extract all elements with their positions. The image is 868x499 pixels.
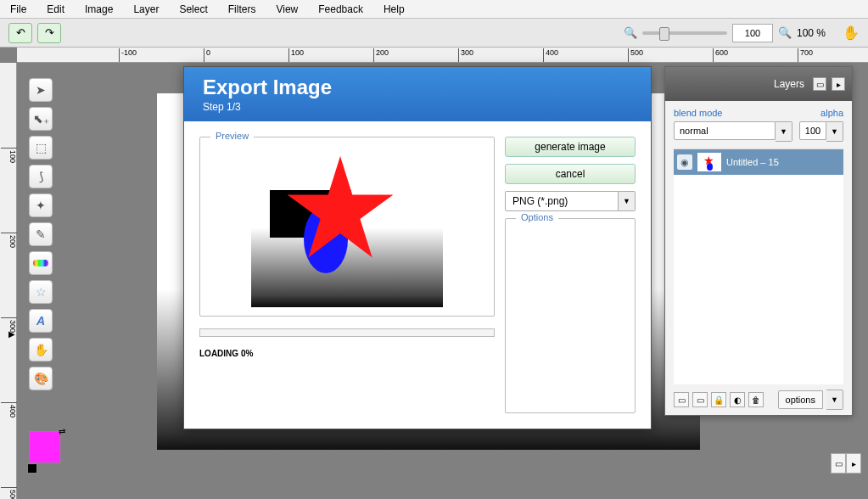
canvas-navigator: ▭ ▸ — [831, 453, 861, 474]
layer-fx-icon[interactable]: ◐ — [730, 392, 745, 407]
lock-layer-icon[interactable]: 🔒 — [711, 392, 726, 407]
zoom-in-icon[interactable]: 🔍 — [778, 26, 792, 39]
progress-bar — [199, 328, 495, 337]
duplicate-layer-icon[interactable]: ▭ — [692, 392, 708, 407]
options-fieldset: Options — [505, 218, 636, 413]
blend-mode-label: blend mode — [674, 108, 723, 118]
new-layer-icon[interactable]: ▭ — [674, 392, 689, 407]
delete-layer-icon[interactable]: 🗑 — [748, 392, 764, 407]
preview-legend: Preview — [210, 131, 254, 141]
loading-text: LOADING 0% — [199, 349, 495, 358]
alpha-dropdown-icon[interactable]: ▼ — [826, 121, 843, 142]
tool-palette: ➤ ⬉₊ ⬚ ⟆ ✦ ✎ ☆ A ✋ 🎨 — [29, 78, 54, 390]
layers-panel-header[interactable]: Layers ▭ ▸ — [665, 67, 852, 101]
layers-panel-title: Layers — [774, 78, 804, 90]
menu-image[interactable]: Image — [75, 1, 123, 18]
format-select-value: PNG (*.png) — [505, 191, 619, 211]
top-toolbar: ↶ ↷ 🔍 🔍 100 % ✋ — [0, 19, 868, 48]
undo-button[interactable]: ↶ — [8, 23, 32, 43]
swap-colors-icon[interactable]: ⇄ — [59, 427, 65, 436]
navigator-page-icon[interactable]: ▭ — [831, 453, 846, 474]
layer-thumbnail: ★ — [697, 153, 721, 171]
blend-mode-dropdown-icon[interactable]: ▼ — [776, 121, 792, 142]
layer-visibility-icon[interactable]: ◉ — [677, 154, 692, 170]
preview-image — [251, 154, 443, 307]
format-select[interactable]: PNG (*.png) ▼ — [505, 191, 636, 211]
panel-menu-icon[interactable]: ▸ — [832, 77, 845, 91]
color-picker-tool[interactable]: 🎨 — [29, 367, 53, 390]
menu-edit[interactable]: Edit — [36, 1, 75, 18]
menu-file[interactable]: File — [0, 1, 36, 18]
preview-red-star — [285, 153, 395, 263]
ruler-horizontal: -100 0 100 200 300 400 500 600 700 — [17, 48, 868, 63]
menu-select[interactable]: Select — [169, 1, 217, 18]
dialog-header: Export Image Step 1/3 — [184, 67, 651, 121]
ruler-vertical: 100 200 300 ▶ 400 500 — [0, 63, 17, 499]
dialog-title: Export Image — [203, 76, 632, 99]
text-tool[interactable]: A — [29, 309, 53, 333]
layer-options-dropdown-icon[interactable]: ▼ — [826, 390, 843, 410]
blend-mode-value: normal — [674, 121, 776, 140]
menu-help[interactable]: Help — [373, 1, 415, 18]
alpha-input-group[interactable]: ▼ — [799, 121, 843, 142]
foreground-color-swatch[interactable]: ⇄ — [29, 431, 61, 463]
zoom-slider[interactable] — [642, 31, 727, 35]
lasso-tool[interactable]: ⟆ — [29, 165, 53, 188]
format-select-dropdown-icon[interactable]: ▼ — [619, 191, 636, 211]
layers-panel-footer: ▭ ▭ 🔒 ◐ 🗑 options ▼ — [665, 384, 852, 415]
shape-tool[interactable]: ☆ — [29, 280, 53, 304]
menu-view[interactable]: View — [266, 1, 308, 18]
blend-mode-select[interactable]: normal ▼ — [674, 121, 792, 142]
gradient-tool[interactable] — [29, 251, 53, 275]
background-color-swatch[interactable] — [27, 463, 37, 474]
menu-filters[interactable]: Filters — [218, 1, 266, 18]
layer-row[interactable]: ◉ ★ Untitled – 15 — [674, 149, 843, 175]
layer-options-button[interactable]: options — [778, 390, 823, 409]
menu-layer[interactable]: Layer — [123, 1, 169, 18]
pencil-tool[interactable]: ✎ — [29, 222, 53, 246]
preview-fieldset: Preview — [199, 137, 495, 317]
move-tool[interactable]: ➤ — [29, 78, 53, 102]
pointer-tool[interactable]: ⬉₊ — [29, 107, 53, 131]
generate-image-button[interactable]: generate image — [505, 137, 636, 157]
alpha-input[interactable] — [799, 121, 826, 140]
layer-name: Untitled – 15 — [726, 157, 779, 167]
navigator-expand-icon[interactable]: ▸ — [846, 453, 861, 474]
zoom-out-icon[interactable]: 🔍 — [624, 26, 637, 39]
panel-collapse-icon[interactable]: ▭ — [813, 77, 826, 91]
options-legend: Options — [516, 212, 558, 222]
hand-tool[interactable]: ✋ — [29, 338, 53, 362]
layer-list: ◉ ★ Untitled – 15 — [674, 149, 843, 384]
alpha-label: alpha — [820, 108, 843, 118]
layers-panel: Layers ▭ ▸ blend mode alpha normal ▼ ▼ ◉… — [664, 66, 853, 416]
zoom-input[interactable] — [732, 24, 773, 42]
marquee-tool[interactable]: ⬚ — [29, 136, 53, 160]
wand-tool[interactable]: ✦ — [29, 193, 53, 217]
menu-feedback[interactable]: Feedback — [308, 1, 373, 18]
dialog-step-label: Step 1/3 — [203, 101, 632, 113]
zoom-percent-label: 100 % — [797, 27, 826, 39]
menu-bar: File Edit Image Layer Select Filters Vie… — [0, 0, 868, 19]
export-dialog: Export Image Step 1/3 Preview LOADING 0%… — [183, 66, 652, 429]
color-swatches: ⇄ — [29, 431, 61, 463]
svg-marker-0 — [288, 156, 394, 258]
redo-button[interactable]: ↷ — [37, 23, 61, 43]
cancel-button[interactable]: cancel — [505, 164, 636, 184]
hand-tool-icon[interactable]: ✋ — [843, 25, 860, 41]
